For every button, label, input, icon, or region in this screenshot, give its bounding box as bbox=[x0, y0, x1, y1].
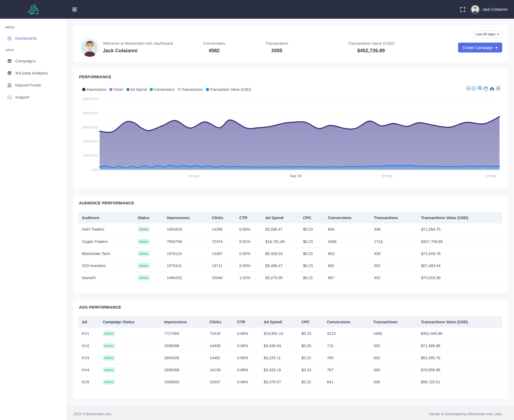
svg-text:16 Sep: 16 Sep bbox=[486, 174, 496, 178]
svg-text:400000.00: 400000.00 bbox=[82, 111, 98, 115]
svg-text:500000.00: 500000.00 bbox=[82, 97, 98, 101]
svg-text:300000.00: 300000.00 bbox=[82, 126, 98, 129]
svg-text:200000.00: 200000.00 bbox=[82, 140, 98, 143]
svg-text:Sep '23: Sep '23 bbox=[290, 174, 301, 178]
svg-text:24 Aug: 24 Aug bbox=[189, 174, 199, 178]
svg-text:0.00: 0.00 bbox=[92, 168, 98, 172]
svg-text:08 Sep: 08 Sep bbox=[382, 174, 392, 178]
svg-text:100000.00: 100000.00 bbox=[82, 154, 98, 158]
